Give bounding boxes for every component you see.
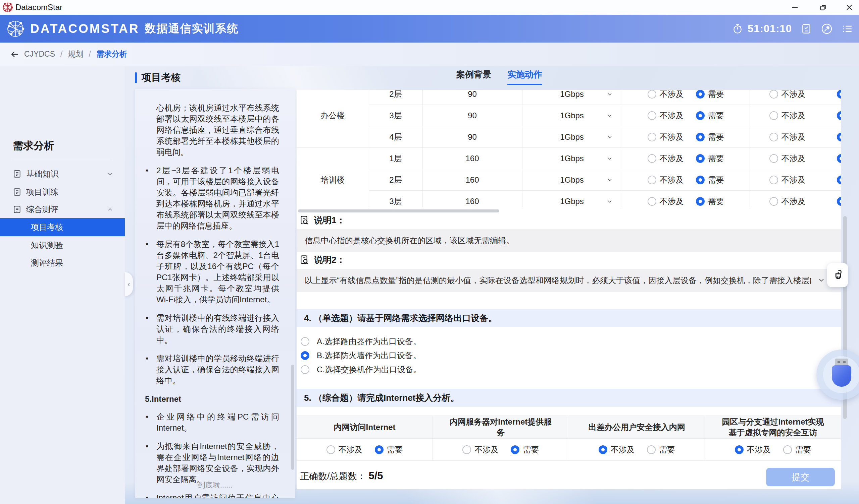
radio-option-na[interactable]: 不涉及 — [462, 444, 499, 455]
radio-option-na[interactable]: 不涉及 — [648, 153, 684, 164]
radio-option-need[interactable]: 需要 — [783, 444, 811, 455]
sidebar-item-label: 项目训练 — [26, 187, 58, 198]
table-horizontal-scrollbar[interactable] — [298, 209, 499, 212]
table-row: 3层 160 1Gbps 不涉及 需要 不涉及 — [297, 191, 841, 207]
radio-option-na[interactable]: 不涉及 — [648, 196, 684, 207]
column-header: 内网访问Internet — [297, 416, 433, 439]
radio-option-na[interactable]: 不涉及 — [648, 132, 684, 142]
sidebar-subitem-label: 测评结果 — [31, 258, 63, 268]
question4-option-a[interactable]: A.选择路由器作为出口设备。 — [301, 336, 421, 347]
chevron-down-icon — [606, 155, 613, 162]
breadcrumb: CJYDCS / 规划 / 需求分析 — [0, 43, 859, 66]
question4-title: 4. （单选题）请基于网络需求选择网络出口设备。 — [304, 312, 497, 324]
radio-option-need[interactable]: 需要 — [696, 196, 724, 207]
brand-logo-icon — [6, 19, 25, 38]
radio-option-na[interactable]: 不涉及 — [599, 444, 635, 455]
title-accent-bar — [135, 73, 137, 83]
sidebar-item-basics[interactable]: 基础知识 — [0, 165, 125, 183]
radio-option-need[interactable]: 需要 — [696, 153, 724, 164]
radio-icon — [327, 445, 335, 454]
question4-option-c[interactable]: C.选择交换机作为出口设备。 — [301, 364, 421, 375]
chevron-down-icon — [606, 198, 613, 205]
table-row: 2层 160 1Gbps 不涉及 需要 不涉及 — [297, 169, 841, 191]
radio-option-need[interactable]: 需要 — [647, 444, 675, 455]
radio-icon — [648, 176, 656, 184]
restore-button[interactable] — [813, 0, 833, 15]
radio-icon — [301, 337, 310, 346]
table-row: 不涉及 需要 不涉及 需要 不涉及 需要 不涉及 需要 — [297, 439, 841, 461]
sidebar-item-evaluation[interactable]: 综合测评 — [0, 200, 125, 219]
menu-icon[interactable] — [842, 23, 853, 34]
radio-option-na[interactable]: 不涉及 — [735, 444, 771, 455]
radio-cell: 不涉及 需要 — [622, 169, 750, 191]
radio-option-na[interactable]: 不涉及 — [648, 90, 684, 99]
close-button[interactable] — [840, 0, 859, 15]
bandwidth-select[interactable]: 1Gbps — [522, 90, 622, 105]
sidebar-item-label: 基础知识 — [26, 169, 58, 179]
chevron-down-icon — [606, 112, 613, 119]
case-panel-header: 项目考核 — [135, 72, 181, 84]
sidebar-item-eval-results[interactable]: 测评结果 — [0, 254, 125, 272]
sidebar-item-knowledge-quiz[interactable]: 知识测验 — [0, 236, 125, 254]
sidebar-subitem-label: 项目考核 — [31, 222, 63, 233]
end-of-content-note: 到底啦...... — [135, 480, 295, 490]
back-arrow-icon[interactable] — [10, 50, 19, 59]
question4-option-b[interactable]: B.选择防火墙作为出口设备。 — [301, 350, 421, 361]
brand-name-en: DATACOMSTAR — [30, 22, 140, 36]
question5-title: 5. （综合题）请完成Internet接入分析。 — [304, 392, 459, 404]
tab-case-background[interactable]: 案例背景 — [456, 69, 491, 85]
radio-option-na[interactable]: 不涉及 — [648, 110, 684, 121]
radio-option-na[interactable]: 不涉及 — [769, 110, 805, 121]
sidebar-item-project-exam[interactable]: 项目考核 — [0, 218, 125, 236]
radio-icon — [783, 445, 792, 454]
page-title: 项目考核 — [141, 71, 181, 84]
radio-icon — [648, 111, 656, 120]
radio-option-na[interactable]: 不涉及 — [327, 444, 363, 455]
bandwidth-select[interactable]: 1Gbps — [522, 105, 622, 126]
report-icon[interactable] — [801, 23, 812, 34]
table-header-row: 内网访问Internet 内网服务器对Internet提供服务 出差办公用户安全… — [297, 416, 841, 439]
radio-icon — [648, 90, 656, 98]
option-label: A.选择路由器作为出口设备。 — [317, 336, 421, 347]
score-value: 5/5 — [369, 470, 383, 482]
bandwidth-select[interactable]: 1Gbps — [522, 148, 622, 169]
radio-option-need[interactable]: 需要 — [696, 110, 724, 121]
table-row: 3层 90 1Gbps 不涉及 需要 不涉及 — [297, 105, 841, 126]
app-window: DatacomStar DA — [0, 0, 859, 504]
sidebar-item-training[interactable]: 项目训练 — [0, 183, 125, 201]
note2-header: 说明2： — [299, 254, 345, 266]
radio-option-na[interactable]: 不涉及 — [769, 153, 805, 164]
breadcrumb-root[interactable]: CJYDCS — [24, 50, 55, 59]
radio-option-need[interactable]: 需要 — [696, 132, 724, 142]
expand-chevron-icon[interactable] — [817, 276, 826, 284]
radio-option-na[interactable]: 不涉及 — [769, 196, 805, 207]
clean-brush-button[interactable] — [827, 263, 848, 287]
tab-implementation-actions[interactable]: 实施动作 — [507, 69, 542, 85]
radio-option-need[interactable]: 需要 — [375, 444, 403, 455]
bandwidth-select[interactable]: 1Gbps — [522, 169, 622, 191]
bandwidth-select[interactable]: 1Gbps — [522, 126, 622, 148]
minimize-button[interactable] — [785, 0, 805, 15]
breadcrumb-separator: / — [60, 50, 62, 59]
case-description-text: 心机房；该机房通过水平布线系统部署以太网双绞线至本楼层中的各网络信息插座，通过垂… — [145, 102, 279, 498]
sidebar: 需求分析 基础知识 项目训练 综合测评 — [0, 66, 125, 504]
breadcrumb-level1[interactable]: 规划 — [68, 49, 83, 59]
radio-icon — [599, 445, 607, 454]
radio-option-need[interactable]: 需要 — [696, 90, 724, 99]
bandwidth-select[interactable]: 1Gbps — [522, 191, 622, 207]
points-cell: 90 — [422, 105, 522, 126]
wrench-icon[interactable] — [821, 23, 833, 35]
radio-option-need[interactable]: 需要 — [511, 444, 539, 455]
document-icon — [13, 170, 21, 178]
case-panel-scrollbar[interactable] — [291, 365, 294, 470]
brand-name-cn: 数据通信实训系统 — [145, 21, 239, 36]
app-logo-icon — [2, 2, 13, 13]
radio-option-need[interactable]: 需要 — [696, 175, 724, 185]
radio-icon — [769, 197, 778, 206]
radio-option-na[interactable]: 不涉及 — [648, 175, 684, 185]
submit-button[interactable]: 提交 — [766, 468, 835, 486]
building-cell: 办公楼 — [297, 90, 369, 148]
radio-option-na[interactable]: 不涉及 — [769, 132, 805, 142]
radio-option-na[interactable]: 不涉及 — [769, 175, 805, 185]
radio-option-na[interactable]: 不涉及 — [769, 90, 805, 99]
